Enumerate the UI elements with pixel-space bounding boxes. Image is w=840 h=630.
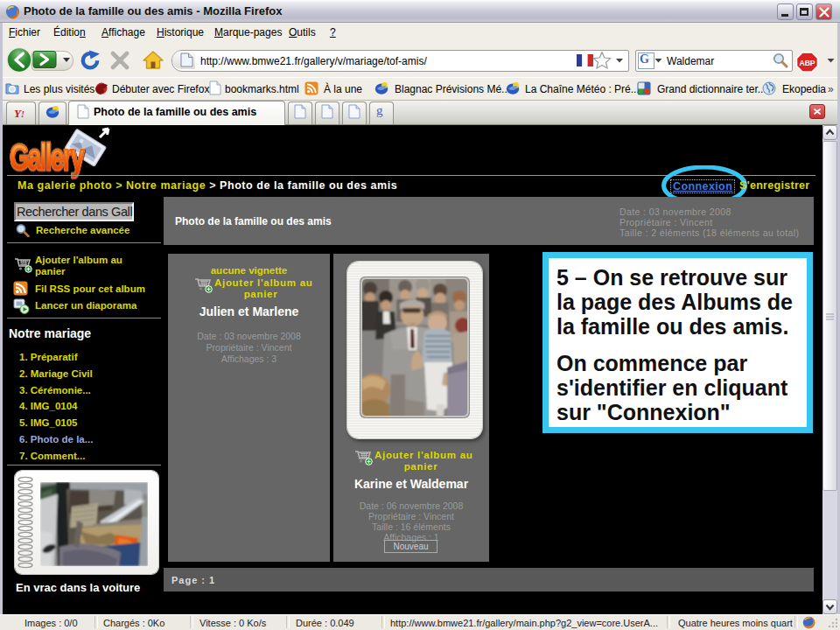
svg-text:ABP: ABP [799, 59, 815, 67]
